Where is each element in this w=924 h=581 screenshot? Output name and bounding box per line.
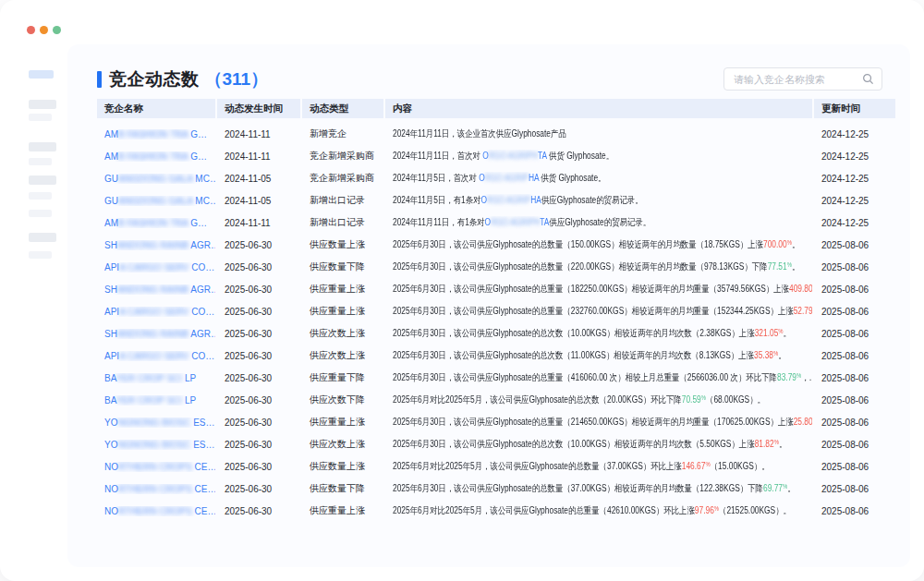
- update-date: 2025-08-06: [814, 462, 895, 472]
- dynamics-table: 竞企名称动态发生时间动态类型内容更新时间 AMB FASHION TRA G…2…: [97, 99, 895, 522]
- buyer-link-blurred[interactable]: RGO AGRIP: [487, 195, 530, 205]
- table-row[interactable]: NORTHERN CROPS CE…2025-06-30供应数量上涨2025年6…: [97, 455, 895, 478]
- competitor-name-link[interactable]: AMB FASHION TRA G…: [97, 129, 215, 139]
- dynamic-content: 2025年6月30日，该公司供应Glyphosate的总次数（10.00KGS）…: [385, 327, 812, 340]
- update-date: 2024-12-25: [814, 151, 895, 162]
- table-row[interactable]: APIA CARGO SERV CO…2025-06-30供应次数上涨2025年…: [97, 345, 895, 367]
- dynamic-content: 2025年6月对比2025年5月，该公司供应Glyphosate的总数量（37.…: [385, 460, 812, 473]
- buyer-link[interactable]: TA: [540, 217, 549, 227]
- buyer-link[interactable]: TA: [538, 151, 547, 161]
- maximize-button[interactable]: [53, 26, 61, 34]
- competitor-name-link[interactable]: YONGNONG BIOSC ES…: [97, 418, 215, 428]
- buyer-link-blurred[interactable]: RGO AGRIPH: [489, 151, 538, 161]
- close-button[interactable]: [27, 26, 35, 34]
- dynamic-content: 2024年11月5日，首次对 ORGO AGRIPHA 供货 Glyphosat…: [385, 172, 812, 185]
- fall-percent: 69.77%: [763, 483, 787, 493]
- update-date: 2025-08-06: [814, 373, 895, 383]
- competitor-name-link[interactable]: SHANDONG RAINB AGR…: [97, 284, 215, 295]
- column-header: 竞企名称: [97, 99, 215, 118]
- sidebar-item-active[interactable]: [29, 70, 54, 79]
- dynamic-type: 供应数量下降: [302, 260, 383, 273]
- competitor-name-link[interactable]: APIA CARGO SERV CO…: [97, 262, 215, 272]
- competitor-name-link[interactable]: BAYER CROP SCI LP: [97, 373, 215, 383]
- table-row[interactable]: YONGNONG BIOSC ES…2025-06-30供应次数上涨2025年6…: [97, 433, 895, 455]
- buyer-link[interactable]: HA: [530, 195, 541, 205]
- buyer-link[interactable]: O: [482, 151, 489, 161]
- table-row[interactable]: SHANDONG RAINB AGR…2025-06-30供应次数上涨2025年…: [97, 322, 895, 345]
- buyer-link[interactable]: O: [479, 173, 485, 183]
- sidebar-item[interactable]: [29, 210, 52, 217]
- update-date: 2025-08-06: [814, 262, 895, 272]
- sidebar-item[interactable]: [29, 100, 56, 109]
- page-title: 竞企动态数: [109, 67, 200, 91]
- window-controls: [27, 26, 61, 34]
- update-date: 2025-08-06: [814, 484, 895, 494]
- competitor-name-link[interactable]: YONGNONG BIOSC ES…: [97, 440, 215, 450]
- minimize-button[interactable]: [40, 26, 48, 34]
- rise-percent: 97.96%: [695, 505, 719, 515]
- competitor-name-link[interactable]: AMB FASHION TRA G…: [97, 218, 215, 228]
- competitor-name-link[interactable]: NORTHERN CROPS CE…: [97, 484, 215, 494]
- dynamic-date: 2025-06-30: [217, 484, 300, 494]
- update-date: 2025-08-06: [814, 284, 895, 295]
- dynamic-content: 2025年6月30日，该公司供应Glyphosate的总次数（11.00KGS）…: [385, 349, 812, 362]
- competitor-name-link[interactable]: NORTHERN CROPS CE…: [97, 506, 215, 516]
- search-input[interactable]: [732, 73, 857, 86]
- dynamic-content: 2025年6月对比2025年5月，该公司供应Glyphosate的总重量（426…: [385, 504, 812, 517]
- sidebar-item[interactable]: [29, 114, 52, 121]
- table-row[interactable]: NORTHERN CROPS CE…2025-06-30供应重量上涨2025年6…: [97, 500, 895, 522]
- buyer-link[interactable]: O: [481, 195, 488, 205]
- update-date: 2025-08-06: [814, 329, 895, 339]
- table-row[interactable]: NORTHERN CROPS CE…2025-06-30供应数量下降2025年6…: [97, 478, 895, 500]
- search-icon[interactable]: [862, 73, 874, 85]
- buyer-link[interactable]: HA: [529, 173, 539, 183]
- competitor-name-link[interactable]: GUANGDONG GALA MC…: [97, 196, 215, 206]
- sidebar-item[interactable]: [29, 142, 56, 151]
- dynamic-type: 竞企新增采购商: [302, 172, 383, 185]
- table-row[interactable]: APIA CARGO SERV CO…2025-06-30供应重量上涨2025年…: [97, 300, 895, 322]
- table-row[interactable]: BAYER CROP SCI LP2025-06-30供应重量下降2025年6月…: [97, 367, 895, 389]
- table-row[interactable]: GUANGDONG GALA MC…2024-11-05竞企新增采购商2024年…: [97, 167, 895, 189]
- rise-percent: 25.80%: [794, 417, 812, 427]
- competitor-name-link[interactable]: SHANDONG RAINB AGR…: [97, 240, 215, 250]
- table-row[interactable]: AMB FASHION TRA G…2024-11-11新增出口记录2024年1…: [97, 212, 895, 234]
- sidebar-item[interactable]: [29, 233, 56, 242]
- sidebar-item[interactable]: [29, 192, 52, 200]
- sidebar-item[interactable]: [29, 251, 52, 259]
- table-row[interactable]: AMB FASHION TRA G…2024-11-11竞企新增采购商2024年…: [97, 145, 895, 167]
- update-date: 2025-08-06: [814, 307, 895, 317]
- dynamic-content: 2024年11月11日，首次对 ORGO AGRIPHTA 供货 Glyphos…: [385, 150, 812, 163]
- competitor-name-link[interactable]: AMB FASHION TRA G…: [97, 151, 215, 162]
- dynamic-date: 2025-06-30: [217, 395, 300, 405]
- table-row[interactable]: SHANDONG RAINB AGR…2025-06-30供应数量上涨2025年…: [97, 234, 895, 256]
- table-row[interactable]: AMB FASHION TRA G…2024-11-11新增竞企2024年11月…: [97, 123, 895, 145]
- dynamic-content: 2024年11月5日，有1条对ORGO AGRIPHA供应Glyphosate的…: [385, 194, 812, 207]
- table-row[interactable]: SHANDONG RAINB AGR…2025-06-30供应重量上涨2025年…: [97, 278, 895, 300]
- competitor-name-link[interactable]: SHANDONG RAINB AGR…: [97, 329, 215, 339]
- table-row[interactable]: APIA CARGO SERV CO…2025-06-30供应数量下降2025年…: [97, 256, 895, 278]
- dynamic-type: 新增出口记录: [302, 194, 383, 207]
- table-row[interactable]: YONGNONG BIOSC ES…2025-06-30供应重量上涨2025年6…: [97, 411, 895, 433]
- competitor-name-link[interactable]: APIA CARGO SERV CO…: [97, 307, 215, 317]
- dynamic-date: 2025-06-30: [217, 284, 300, 295]
- rise-percent: 52.79%: [794, 306, 812, 316]
- dynamic-date: 2025-06-30: [217, 373, 300, 383]
- dynamic-type: 供应次数上涨: [302, 327, 383, 340]
- table-row[interactable]: BAYER CROP SCI LP2025-06-30供应次数下降2025年6月…: [97, 389, 895, 411]
- rise-percent: 81.82%: [755, 439, 779, 449]
- buyer-link-blurred[interactable]: RGO AGRIPH: [491, 217, 540, 227]
- sidebar-item[interactable]: [29, 176, 56, 185]
- buyer-link-blurred[interactable]: RGO AGRIP: [485, 173, 529, 183]
- rise-percent: 321.05%: [755, 328, 784, 338]
- update-date: 2024-12-25: [814, 218, 895, 228]
- update-date: 2025-08-06: [814, 395, 895, 405]
- dynamic-type: 供应重量下降: [302, 371, 383, 384]
- competitor-name-link[interactable]: GUANGDONG GALA MC…: [97, 174, 215, 184]
- competitor-name-link[interactable]: APIA CARGO SERV CO…: [97, 351, 215, 361]
- fall-percent: 83.79%: [777, 372, 801, 382]
- dynamic-type: 供应重量上涨: [302, 305, 383, 318]
- competitor-name-link[interactable]: BAYER CROP SCI LP: [97, 395, 215, 405]
- competitor-name-link[interactable]: NORTHERN CROPS CE…: [97, 462, 215, 472]
- table-row[interactable]: GUANGDONG GALA MC…2024-11-05新增出口记录2024年1…: [97, 189, 895, 212]
- sidebar-item[interactable]: [29, 158, 52, 165]
